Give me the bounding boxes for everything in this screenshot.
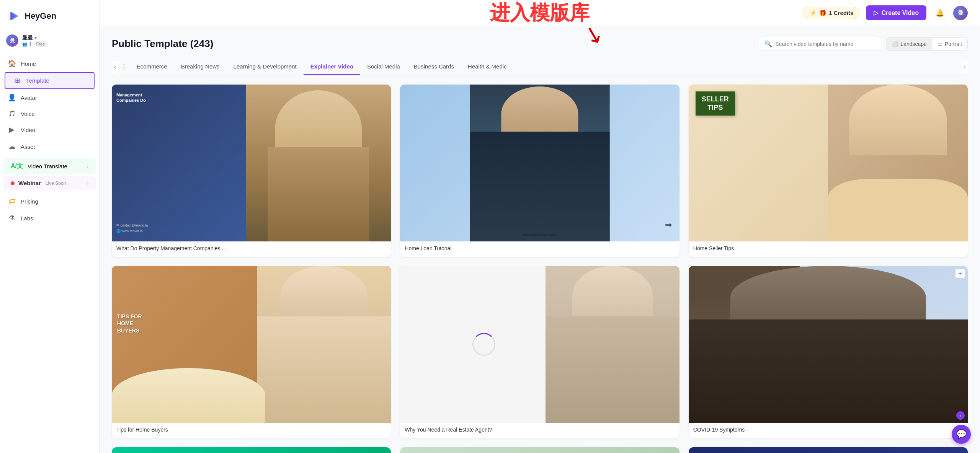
template-card-hb[interactable]: TIPS FORHOMEBUYERS Tips for Home Buyers xyxy=(112,266,391,438)
tab-breaking-news[interactable]: Breaking News xyxy=(174,59,227,75)
template-thumb: . . . . . . . . . . . xyxy=(400,266,679,423)
template-card-cv[interactable]: KNOW THECOVID-19SYMPTOMS AND KNOW HOW TO… xyxy=(689,266,968,438)
bell-icon: 🔔 xyxy=(936,9,944,17)
tab-social-media[interactable]: Social Media xyxy=(360,59,407,75)
template-card-r32[interactable] xyxy=(400,447,679,453)
tab-ecommerce[interactable]: Ecommerce xyxy=(130,59,174,75)
user-name: 曼曼 ▾ xyxy=(22,34,93,41)
template-thumb: ManagementCompanies Do ManagementCompani… xyxy=(112,85,391,241)
user-avatar-button[interactable]: 曼 xyxy=(953,6,968,20)
sidebar-item-template[interactable]: ⊞ Template xyxy=(5,72,95,89)
tabs-right-arrow[interactable]: › xyxy=(961,61,968,73)
portrait-icon: ▭ xyxy=(938,41,942,47)
sidebar-item-label: Template xyxy=(26,77,49,84)
create-video-label: Create Video xyxy=(881,10,919,16)
tab-business-cards[interactable]: Business Cards xyxy=(407,59,461,75)
template-card-hl[interactable]: www.homeloan.com ⇒ Home Loan Tutorial xyxy=(400,85,679,257)
chevron-right-icon: › xyxy=(87,181,88,186)
template-card-st[interactable]: SELLERTIPS Home Seller Tips xyxy=(689,85,968,257)
portrait-view-button[interactable]: ▭ Portrait xyxy=(932,38,967,50)
tabs-left-arrow[interactable]: ‹ xyxy=(112,61,118,73)
labs-icon: ⚗ xyxy=(8,214,16,222)
template-thumb: www.homeloan.com ⇒ xyxy=(400,85,679,241)
sidebar-item-voice[interactable]: 🎵 Voice xyxy=(0,106,99,121)
sidebar-item-label: Webinar xyxy=(18,180,41,186)
sidebar-item-label: Video xyxy=(21,127,35,133)
live-dot-icon xyxy=(11,181,15,185)
sidebar-item-label: Video Translate xyxy=(28,163,67,169)
sidebar-item-asset[interactable]: ☁ Asset xyxy=(0,138,99,155)
avatar: 曼 xyxy=(6,34,18,47)
video-icon: ▶ xyxy=(8,125,16,134)
user-plan: 👥 1 Free xyxy=(22,41,93,47)
chat-icon: 💬 xyxy=(956,429,967,439)
loading-spinner xyxy=(472,333,495,356)
nav: 🏠 Home ⊞ Template 👤 Avatar 🎵 Voice ▶ Vid… xyxy=(0,54,99,447)
search-icon: 🔍 xyxy=(764,40,772,47)
tab-health-medic[interactable]: Health & Medic xyxy=(461,59,514,75)
gift-icon: 🎁 xyxy=(819,10,826,16)
sidebar-item-webinar[interactable]: Webinar Live Soon › xyxy=(3,176,96,190)
template-title: COVID-19 Symptoms xyxy=(689,423,968,438)
template-thumb: TIPS FORHOMEBUYERS xyxy=(112,266,391,423)
template-icon: ⊞ xyxy=(13,77,21,84)
template-card-r33[interactable]: IPS AND TRICK TO FACE AN INTERVIEW Tips … xyxy=(689,447,968,453)
sidebar-item-label: Avatar xyxy=(21,95,37,101)
search-input[interactable] xyxy=(775,41,875,47)
view-toggle: ⬜ Landscape ▭ Portrait xyxy=(886,37,968,51)
credits-button[interactable]: ⚡ 🎁 1 Credits xyxy=(803,7,860,19)
page-content: Public Template (243) 🔍 ⬜ Landscape ▭ Po… xyxy=(100,26,980,453)
template-title: Home Seller Tips xyxy=(689,241,968,257)
search-box: 🔍 xyxy=(759,37,881,51)
landscape-view-button[interactable]: ⬜ Landscape xyxy=(886,38,932,50)
translate-icon: A/文 xyxy=(11,162,23,170)
create-video-button[interactable]: ▷ Create Video xyxy=(866,5,926,20)
credits-label: 1 Credits xyxy=(829,10,853,16)
asset-icon: ☁ xyxy=(8,142,16,151)
home-icon: 🏠 xyxy=(8,59,16,68)
sidebar-item-label: Voice xyxy=(21,111,35,117)
template-grid: ManagementCompanies Do ManagementCompani… xyxy=(112,85,968,453)
header: 进入模版库 ⚡ 🎁 1 Credits ▷ Create Video 🔔 曼 xyxy=(100,0,980,26)
voice-icon: 🎵 xyxy=(8,110,16,117)
search-and-view: 🔍 ⬜ Landscape ▭ Portrait xyxy=(759,37,968,51)
template-card-pm[interactable]: ManagementCompanies Do ManagementCompani… xyxy=(112,85,391,257)
pricing-icon: 🏷 xyxy=(8,197,16,205)
template-card-re[interactable]: . . . . . . . . . . . Why You Need a Rea… xyxy=(400,266,679,438)
sidebar-item-label: Asset xyxy=(21,143,35,150)
avatar-icon: 👤 xyxy=(8,93,16,102)
tab-explainer-video[interactable]: Explainer Video xyxy=(304,59,360,75)
main-area: 进入模版库 ⚡ 🎁 1 Credits ▷ Create Video 🔔 曼 ↘… xyxy=(100,0,980,453)
template-thumb: KNOW THECOVID-19SYMPTOMS AND KNOW HOW TO… xyxy=(689,266,968,423)
sidebar-item-labs[interactable]: ⚗ Labs xyxy=(0,210,99,226)
create-icon: ▷ xyxy=(874,9,878,16)
template-thumb: #Tips xyxy=(112,447,391,453)
template-title: Why You Need a Real Estate Agent? xyxy=(400,423,679,438)
template-thumb: SELLERTIPS xyxy=(689,85,968,241)
sidebar-item-avatar[interactable]: 👤 Avatar xyxy=(0,89,99,106)
chevron-down-icon: ▾ xyxy=(34,36,37,41)
bolt-icon: ⚡ xyxy=(810,10,817,16)
sidebar-item-label: Labs xyxy=(21,215,33,222)
notification-button[interactable]: 🔔 xyxy=(933,6,947,20)
sidebar-item-video[interactable]: ▶ Video xyxy=(0,121,99,138)
page-header: Public Template (243) 🔍 ⬜ Landscape ▭ Po… xyxy=(112,37,968,51)
landscape-icon: ⬜ xyxy=(892,41,898,47)
sidebar-item-label: Pricing xyxy=(21,198,38,205)
template-card-r31[interactable]: #Tips #Tips ... xyxy=(112,447,391,453)
sidebar-item-pricing[interactable]: 🏷 Pricing xyxy=(0,193,99,210)
template-title: Tips for Home Buyers xyxy=(112,423,391,438)
tab-learning[interactable]: Learning & Development xyxy=(227,59,304,75)
user-profile[interactable]: 曼 曼曼 ▾ 👥 1 Free xyxy=(0,31,99,51)
page-title: Public Template (243) xyxy=(112,38,213,50)
user-icon: 👥 xyxy=(22,42,28,47)
logo[interactable]: HeyGen xyxy=(0,6,99,31)
logo-text: HeyGen xyxy=(24,11,56,21)
template-thumb: IPS AND TRICK TO FACE AN INTERVIEW xyxy=(689,447,968,453)
tab-dots: ⋮ xyxy=(118,60,130,74)
sidebar: HeyGen 曼 曼曼 ▾ 👥 1 Free 🏠 Home ⊞ Template xyxy=(0,0,100,453)
template-thumb xyxy=(400,447,679,453)
sidebar-item-home[interactable]: 🏠 Home xyxy=(0,55,99,72)
chat-button[interactable]: 💬 xyxy=(952,425,971,444)
sidebar-item-video-translate[interactable]: A/文 Video Translate › xyxy=(3,158,96,174)
